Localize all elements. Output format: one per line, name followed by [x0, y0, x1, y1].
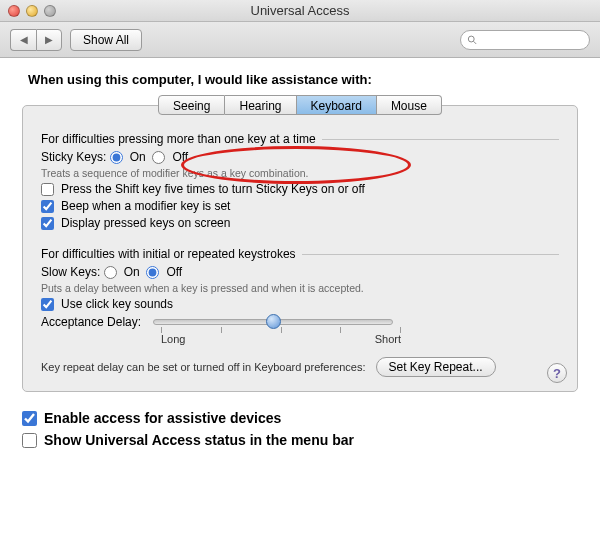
back-button[interactable]: ◀ — [10, 29, 36, 51]
settings-panel: For difficulties pressing more than one … — [22, 105, 578, 392]
titlebar: Universal Access — [0, 0, 600, 22]
search-icon — [467, 34, 477, 46]
search-field[interactable] — [460, 30, 590, 50]
divider — [302, 254, 559, 255]
set-key-repeat-button[interactable]: Set Key Repeat... — [376, 357, 496, 377]
shift-five-checkbox[interactable]: Press the Shift key five times to turn S… — [41, 182, 365, 196]
section1-label: For difficulties pressing more than one … — [41, 132, 316, 146]
tab-keyboard[interactable]: Keyboard — [297, 95, 377, 115]
slider-short-label: Short — [375, 333, 401, 345]
tab-hearing[interactable]: Hearing — [225, 95, 296, 115]
show-all-button[interactable]: Show All — [70, 29, 142, 51]
display-keys-checkbox[interactable]: Display pressed keys on screen — [41, 216, 230, 230]
slow-on-radio[interactable]: On — [104, 265, 140, 279]
window-title: Universal Access — [0, 3, 600, 18]
acceptance-delay-label: Acceptance Delay: — [41, 315, 141, 329]
sticky-off-radio[interactable]: Off — [152, 150, 188, 164]
slider-long-label: Long — [161, 333, 185, 345]
beep-modifier-checkbox[interactable]: Beep when a modifier key is set — [41, 199, 230, 213]
help-button[interactable]: ? — [547, 363, 567, 383]
toolbar: ◀ ▶ Show All — [0, 22, 600, 58]
section2-label: For difficulties with initial or repeate… — [41, 247, 296, 261]
slow-off-radio[interactable]: Off — [146, 265, 182, 279]
page-heading: When using this computer, I would like a… — [28, 72, 578, 87]
slow-keys-label: Slow Keys: — [41, 265, 100, 279]
svg-point-0 — [468, 36, 474, 42]
tab-mouse[interactable]: Mouse — [377, 95, 442, 115]
tabs: Seeing Hearing Keyboard Mouse — [22, 95, 578, 115]
menubar-status-checkbox[interactable]: Show Universal Access status in the menu… — [22, 432, 354, 448]
divider — [322, 139, 559, 140]
assistive-devices-checkbox[interactable]: Enable access for assistive devices — [22, 410, 281, 426]
forward-button[interactable]: ▶ — [36, 29, 62, 51]
tab-seeing[interactable]: Seeing — [158, 95, 225, 115]
search-input[interactable] — [481, 33, 583, 47]
click-sounds-checkbox[interactable]: Use click key sounds — [41, 297, 173, 311]
key-repeat-hint: Key repeat delay can be set or turned of… — [41, 361, 366, 373]
acceptance-delay-slider[interactable] — [153, 319, 393, 325]
slow-hint: Puts a delay between when a key is press… — [41, 282, 559, 294]
sticky-keys-label: Sticky Keys: — [41, 150, 106, 164]
sticky-on-radio[interactable]: On — [110, 150, 146, 164]
sticky-hint: Treats a sequence of modifier keys as a … — [41, 167, 559, 179]
footer: Enable access for assistive devices Show… — [0, 398, 600, 460]
svg-line-1 — [474, 41, 477, 44]
